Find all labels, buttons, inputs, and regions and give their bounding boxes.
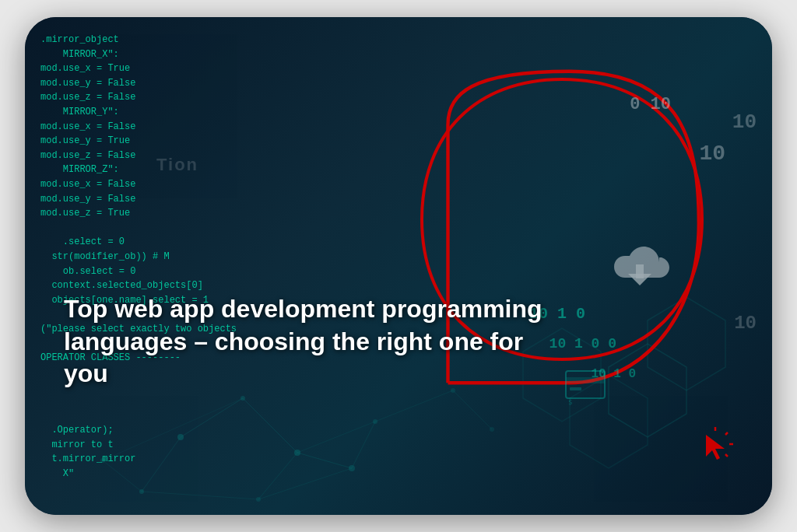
title-container: Top web app development programming lang… xyxy=(64,293,546,390)
main-card: .mirror_object MIRROR_X": mod.use_x = Tr… xyxy=(25,17,772,515)
svg-rect-31 xyxy=(566,371,605,398)
payment-icon: $ xyxy=(562,367,609,409)
cloud-icon xyxy=(609,243,671,292)
code-content: .mirror_object MIRROR_X": mod.use_x = Tr… xyxy=(40,33,428,481)
svg-marker-39 xyxy=(706,435,725,460)
svg-line-26 xyxy=(453,390,492,429)
svg-line-36 xyxy=(725,432,728,435)
svg-rect-33 xyxy=(570,387,581,390)
cursor-icon xyxy=(698,427,733,468)
tion-watermark: Tion xyxy=(156,155,198,175)
svg-line-38 xyxy=(725,454,728,457)
binary-decoration-5: 10 1 0 0 xyxy=(549,336,616,352)
title-line-1: Top web app development programming xyxy=(64,295,542,323)
svg-marker-30 xyxy=(628,274,651,285)
binary-decoration-8: 10 xyxy=(734,313,757,334)
code-background: .mirror_object MIRROR_X": mod.use_x = Tr… xyxy=(25,17,436,515)
title-line-2: languages – choosing the right one for y… xyxy=(64,327,523,388)
svg-text:$: $ xyxy=(568,398,572,406)
binary-decoration-7: 10 xyxy=(732,110,757,134)
binary-decoration-1: 0 10 xyxy=(630,95,671,114)
main-title: Top web app development programming lang… xyxy=(64,293,546,390)
svg-rect-32 xyxy=(566,377,605,383)
binary-decoration-3: 10 xyxy=(699,142,725,166)
